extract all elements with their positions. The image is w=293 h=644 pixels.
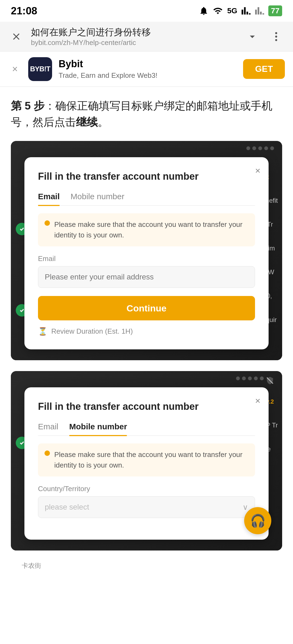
step-description: 第 5 步：确保正确填写目标账户绑定的邮箱地址或手机号，然后点击继续。 [11, 98, 282, 130]
review-duration-1: ⏳ Review Duration (Est. 1H) [38, 327, 255, 336]
screenshot-card-2: Lv.2 2P Tr Re × Fill in the transfer acc… [11, 371, 282, 550]
status-time: 21:08 [11, 5, 37, 17]
app-name: Bybit [59, 58, 237, 70]
bottom-info: 卡农街 [11, 561, 282, 581]
notice-text-1: Please make sure that the account you wa… [54, 219, 249, 240]
review-text-1: Review Duration (Est. 1H) [51, 327, 133, 336]
dialog-background-2: Lv.2 2P Tr Re × Fill in the transfer acc… [11, 371, 282, 550]
email-input[interactable] [38, 266, 255, 288]
support-fab-button[interactable]: 🎧 [244, 507, 271, 534]
country-placeholder: please select [45, 503, 89, 511]
browser-more-button[interactable] [267, 28, 285, 45]
screenshot-dots-1 [246, 146, 274, 150]
screenshot-card-1: Lv.2 Benefit 2P Tr lo Lim oin W ,000, Re… [11, 141, 282, 360]
dot-4 [264, 146, 268, 150]
dot-2-5 [260, 376, 264, 380]
get-app-button[interactable]: GET [243, 59, 285, 79]
step-label: 第 5 步 [11, 100, 44, 112]
app-icon: BYB!T [28, 57, 52, 81]
url-container: 如何在账户之间进行身份转移 bybit.com/zh-MY/help-cente… [31, 26, 237, 47]
browser-chevron-button[interactable] [244, 28, 261, 45]
dot-3 [258, 146, 262, 150]
step-colon: ：确保正确填写目标账户绑定的邮箱地址或手机号，然后点击继续。 [11, 100, 272, 128]
signal-icon-1 [241, 6, 251, 16]
wifi-icon [212, 6, 223, 16]
dot-5 [270, 146, 274, 150]
modal-dialog-2: × Fill in the transfer account number Em… [24, 387, 269, 540]
signal-icon-2 [255, 6, 265, 16]
modal-close-button-2[interactable]: × [255, 395, 260, 406]
tab-email-1[interactable]: Email [38, 192, 60, 205]
modal-notice-1: Please make sure that the account you wa… [38, 213, 255, 246]
modal-dialog-1: × Fill in the transfer account number Em… [24, 157, 269, 349]
bottom-text: 卡农街 [22, 562, 41, 569]
page-title: 如何在账户之间进行身份转移 [31, 26, 237, 38]
main-content: 第 5 步：确保正确填写目标账户绑定的邮箱地址或手机号，然后点击继续。 Lv.2… [0, 87, 293, 581]
tab-mobile-1[interactable]: Mobile number [71, 192, 124, 205]
dot-2-1 [236, 376, 240, 380]
continue-word: 继续 [76, 116, 98, 128]
country-select[interactable]: please select ∨ [38, 496, 255, 518]
svg-point-2 [275, 39, 277, 41]
svg-point-0 [275, 32, 277, 34]
browser-close-button[interactable] [8, 28, 24, 45]
page-url: bybit.com/zh-MY/help-center/artic [31, 38, 237, 47]
svg-point-1 [275, 36, 277, 37]
banner-close-button[interactable]: × [8, 62, 22, 76]
5g-icon: 5G [227, 7, 237, 15]
app-description: Trade, Earn and Explore Web3! [59, 71, 237, 80]
dot-2-2 [242, 376, 246, 380]
dot-2-3 [248, 376, 252, 380]
status-icons: 5G 77 [199, 5, 282, 16]
app-icon-text: BYB!T [30, 65, 50, 73]
modal-close-button-1[interactable]: × [255, 165, 260, 176]
dot-2-4 [254, 376, 258, 380]
notice-dot-2 [44, 450, 50, 456]
privacy-icon [266, 376, 274, 385]
dot-2 [252, 146, 256, 150]
dot-1 [246, 146, 250, 150]
dialog-background-1: Lv.2 Benefit 2P Tr lo Lim oin W ,000, Re… [11, 141, 282, 360]
modal-tabs-2: Email Mobile number [38, 422, 255, 436]
hourglass-icon: ⏳ [38, 327, 47, 336]
status-bar: 21:08 5G 77 [0, 0, 293, 22]
modal-title-2: Fill in the transfer account number [38, 401, 255, 412]
app-banner: × BYB!T Bybit Trade, Earn and Explore We… [0, 51, 293, 87]
country-field-label: Country/Territory [38, 485, 255, 493]
modal-title-1: Fill in the transfer account number [38, 171, 255, 182]
app-info: Bybit Trade, Earn and Explore Web3! [59, 58, 237, 80]
email-field-label: Email [38, 255, 255, 263]
continue-button-1[interactable]: Continue [38, 296, 255, 320]
tab-email-2[interactable]: Email [38, 422, 58, 436]
tab-mobile-2[interactable]: Mobile number [69, 422, 127, 436]
battery-icon: 77 [268, 5, 282, 16]
notice-text-2: Please make sure that the account you wa… [54, 449, 249, 471]
alarm-icon [199, 6, 209, 16]
headset-icon: 🎧 [250, 513, 266, 528]
modal-tabs-1: Email Mobile number [38, 192, 255, 206]
browser-nav: 如何在账户之间进行身份转移 bybit.com/zh-MY/help-cente… [0, 22, 293, 51]
notice-dot-1 [44, 220, 50, 226]
chevron-down-icon: ∨ [243, 503, 248, 512]
modal-notice-2: Please make sure that the account you wa… [38, 443, 255, 476]
screenshot-dots-2 [236, 376, 274, 385]
